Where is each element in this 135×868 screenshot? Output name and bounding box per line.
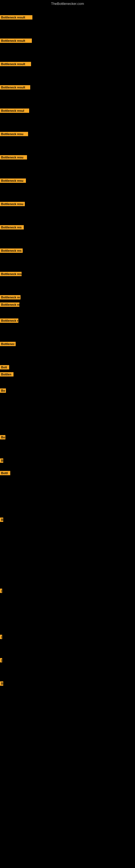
bottleneck-result-label: | [0, 589, 2, 593]
bottleneck-result-label: Bottleneck res [0, 248, 23, 253]
bottleneck-result-label: Bottleneck re [0, 295, 20, 300]
bottleneck-result-label: Bo [0, 435, 5, 439]
bottleneck-result-label: Bott [0, 365, 9, 369]
bottleneck-result-label: Bottl [0, 471, 10, 475]
bottleneck-result-label: Bottleneck resu [0, 179, 26, 183]
bottleneck-result-label: Bottleneck result [0, 85, 30, 90]
bottleneck-result-label: B [0, 518, 3, 522]
bottleneck-result-label: B [0, 681, 3, 686]
bottleneck-result-label: Bottleneck result [0, 38, 32, 43]
bottleneck-result-label: B [0, 458, 3, 463]
bottleneck-result-label: Bottleneck res [0, 225, 24, 229]
bottleneck-result-label: | [0, 658, 2, 662]
bottleneck-result-label: Bottlen [0, 372, 13, 376]
bottleneck-result-label: | [0, 635, 2, 639]
bottleneck-result-label: Bottlenec [0, 342, 16, 346]
bottleneck-result-label: Bottleneck res [0, 303, 19, 307]
bottleneck-result-label: Bottleneck resu [0, 155, 27, 159]
bottleneck-result-label: Bo [0, 389, 6, 393]
bottleneck-result-label: Bottleneck resu [0, 202, 25, 206]
bottleneck-result-label: Bottleneck re [0, 318, 18, 323]
bottleneck-result-label: Bottleneck res [0, 272, 21, 276]
bottleneck-result-label: Bottleneck resul [0, 108, 29, 113]
bottleneck-result-label: Bottleneck result [0, 62, 31, 66]
site-title: TheBottlenecker.com [0, 0, 135, 7]
bottleneck-result-label: Bottleneck resu [0, 132, 28, 136]
bottleneck-result-label: Bottleneck result [0, 15, 32, 20]
